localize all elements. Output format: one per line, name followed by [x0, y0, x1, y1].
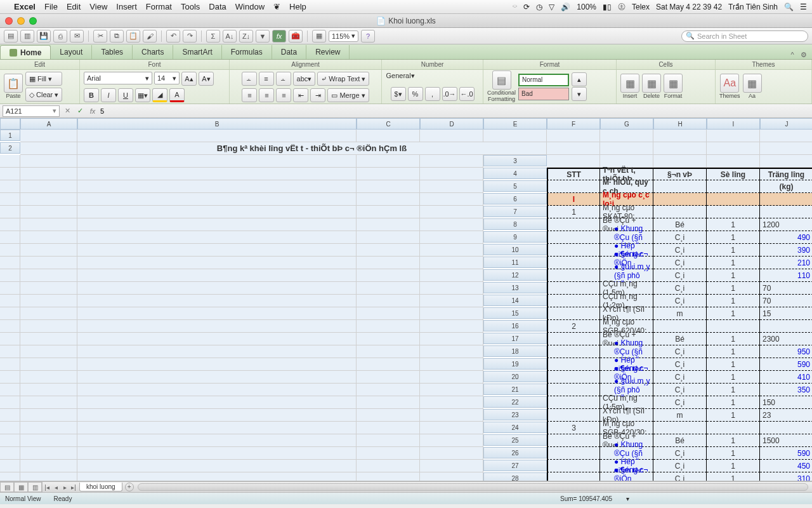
style-normal[interactable]: Normal	[518, 74, 569, 86]
zoom-dropdown[interactable]: 115%▾	[329, 30, 358, 42]
merge-button[interactable]: ▭ Merge ▾	[327, 88, 369, 102]
horizontal-scrollbar[interactable]	[138, 483, 808, 491]
menu-window[interactable]: Window	[235, 2, 265, 11]
fx-button[interactable]: fx	[272, 30, 286, 43]
copy-button[interactable]: ⧉	[110, 30, 124, 43]
fill-color-button[interactable]: ◢	[152, 88, 167, 102]
theme-colors-button[interactable]: ▦	[743, 74, 762, 93]
format-painter-button[interactable]: 🖌	[143, 30, 157, 43]
menu-edit[interactable]: Edit	[67, 2, 81, 11]
col-header[interactable]: F	[547, 118, 600, 130]
sort-asc-button[interactable]: A↓	[223, 30, 237, 43]
battery-percent[interactable]: 100%	[577, 3, 596, 11]
tab-tables[interactable]: Tables	[92, 45, 133, 59]
tab-data[interactable]: Data	[272, 45, 306, 59]
orientation-button[interactable]: abc▾	[293, 72, 316, 86]
menu-view[interactable]: View	[89, 2, 107, 11]
app-name[interactable]: Excel	[14, 2, 36, 11]
align-middle-button[interactable]: ≡	[259, 72, 274, 86]
save-button[interactable]: 💾	[37, 30, 51, 43]
insert-cells-button[interactable]: ▦	[620, 74, 639, 93]
close-button[interactable]	[5, 17, 13, 25]
inc-decimal-button[interactable]: .0→	[442, 87, 457, 101]
menu-file[interactable]: File	[44, 2, 58, 11]
zoom-button[interactable]	[29, 17, 37, 25]
borders-button[interactable]: ▦▾	[135, 88, 150, 102]
menu-insert[interactable]: Insert	[116, 2, 137, 11]
input-icon[interactable]: ㊏	[618, 1, 625, 12]
script-icon[interactable]: ❦	[273, 2, 280, 11]
tab-charts[interactable]: Charts	[133, 45, 173, 59]
status-sum-dropdown[interactable]: ▾	[626, 495, 629, 502]
sync-icon[interactable]: ⟳	[523, 3, 530, 11]
accept-formula-button[interactable]: ✓	[75, 106, 85, 116]
wifi-icon[interactable]: ▽	[549, 3, 554, 11]
dec-decimal-button[interactable]: ←.0	[459, 87, 475, 101]
themes-button[interactable]: Aa	[720, 74, 739, 93]
tab-formulas[interactable]: Formulas	[222, 45, 272, 59]
indent-dec-button[interactable]: ⇤	[293, 88, 308, 102]
col-header[interactable]: H	[653, 118, 707, 130]
style-bad[interactable]: Bad	[518, 88, 569, 100]
open-button[interactable]: ▥	[20, 30, 34, 43]
delete-cells-button[interactable]: ▦	[642, 74, 661, 93]
mail-button[interactable]: ✉	[70, 30, 84, 43]
col-header[interactable]: B	[77, 118, 357, 130]
sort-desc-button[interactable]: Z↓	[239, 30, 253, 43]
styles-scroll-down[interactable]: ▾	[572, 87, 587, 101]
battery-icon[interactable]: ▮▯	[603, 3, 612, 11]
col-header[interactable]: G	[600, 118, 653, 130]
grow-font-button[interactable]: A▴	[181, 72, 197, 86]
menu-data[interactable]: Data	[209, 2, 226, 11]
autosum-button[interactable]: Σ	[206, 30, 220, 43]
menu-format[interactable]: Format	[146, 2, 172, 11]
cell-styles[interactable]: Normal Bad	[518, 74, 569, 100]
tab-first-button[interactable]: |◂	[43, 484, 51, 491]
tab-review[interactable]: Review	[306, 45, 350, 59]
col-header[interactable]: J	[760, 118, 812, 130]
col-header[interactable]: C	[357, 118, 420, 130]
input-method[interactable]: Telex	[632, 3, 650, 11]
align-left-button[interactable]: ≡	[242, 88, 257, 102]
menu-tools[interactable]: Tools	[181, 2, 200, 11]
spreadsheet[interactable]: ABCDEFGHIJ12B¶ng kª khèi l­îng vËt t­ - …	[0, 118, 812, 481]
redo-button[interactable]: ↷	[183, 30, 197, 43]
paste-button[interactable]: 📋	[126, 30, 140, 43]
col-header[interactable]: A	[20, 118, 77, 130]
font-color-button[interactable]: A	[169, 88, 185, 102]
normal-view-button[interactable]: ▤	[0, 482, 14, 492]
tab-smartart[interactable]: SmartArt	[173, 45, 221, 59]
col-header[interactable]: I	[707, 118, 760, 130]
align-bottom-button[interactable]: ⫠	[276, 72, 291, 86]
timemachine-icon[interactable]: ◷	[536, 3, 542, 11]
align-top-button[interactable]: ⫠	[242, 72, 257, 86]
menu-help[interactable]: Help	[289, 2, 306, 11]
tab-last-button[interactable]: ▸|	[69, 484, 78, 491]
print-button[interactable]: ⎙	[53, 30, 67, 43]
tab-prev-button[interactable]: ◂	[51, 484, 60, 491]
styles-scroll-up[interactable]: ▴	[572, 72, 587, 86]
cut-button[interactable]: ✂	[93, 30, 107, 43]
italic-button[interactable]: I	[101, 88, 116, 102]
spotlight-icon[interactable]: 🔍	[784, 3, 794, 11]
font-size-select[interactable]: 14▾	[154, 72, 180, 84]
tab-home[interactable]: Home	[0, 45, 51, 59]
col-header[interactable]: D	[420, 118, 483, 130]
user-name[interactable]: Trần Tiên Sinh	[728, 3, 778, 11]
formula-input[interactable]: 5	[100, 107, 809, 115]
undo-button[interactable]: ↶	[166, 30, 180, 43]
add-sheet-button[interactable]: +	[125, 483, 134, 491]
sheet-tab-active[interactable]: khoi luong	[79, 483, 122, 491]
wrap-text-button[interactable]: ⤶ Wrap Text ▾	[317, 72, 369, 86]
align-center-button[interactable]: ≡	[259, 88, 274, 102]
bluetooth-icon[interactable]: ⌔	[513, 3, 517, 11]
status-sum[interactable]: Sum= 109547.405	[560, 495, 612, 502]
bold-button[interactable]: B	[84, 88, 99, 102]
fx-icon[interactable]: fx	[88, 106, 98, 116]
filter-button[interactable]: ▼	[256, 30, 270, 43]
minimize-button[interactable]	[17, 17, 25, 25]
underline-button[interactable]: U	[118, 88, 133, 102]
currency-button[interactable]: $▾	[391, 87, 406, 101]
indent-inc-button[interactable]: ⇥	[310, 88, 325, 102]
col-header[interactable]: E	[483, 118, 547, 130]
